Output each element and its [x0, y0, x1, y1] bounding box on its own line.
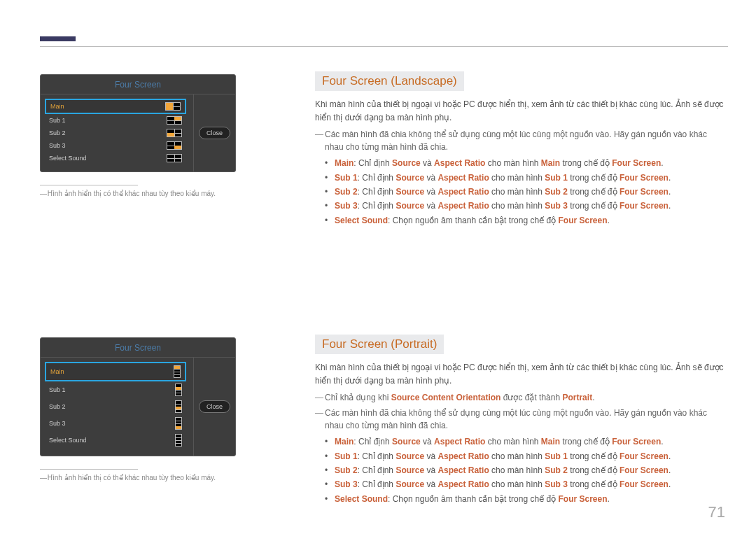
- section-note-orientation: Chỉ khả dụng khi Source Content Orientat…: [315, 391, 727, 404]
- layout-icon-sound: [175, 434, 182, 447]
- list-item: Sub 3: Chỉ định Source và Aspect Ratio c…: [335, 199, 727, 213]
- layout-icon-sub3: [175, 417, 182, 430]
- close-button[interactable]: Close: [199, 400, 230, 413]
- osd-row-sound[interactable]: Select Sound: [45, 152, 186, 164]
- list-item: Sub 3: Chỉ định Source và Aspect Ratio c…: [335, 477, 727, 491]
- osd-row-sub2[interactable]: Sub 2: [45, 127, 186, 139]
- osd-row-label: Select Sound: [49, 437, 87, 444]
- caption-rule: [40, 185, 138, 185]
- section-note: Các màn hình đã chia không thể sử dụng c…: [315, 128, 727, 153]
- osd-row-sub3[interactable]: Sub 3: [45, 415, 186, 432]
- list-item: Sub 2: Chỉ định Source và Aspect Ratio c…: [335, 185, 727, 199]
- list-item: Sub 1: Chỉ định Source và Aspect Ratio c…: [335, 449, 727, 463]
- section-intro: Khi màn hình của thiết bị ngoại vi hoặc …: [315, 98, 727, 124]
- layout-icon-main: [174, 365, 181, 378]
- osd-row-sound[interactable]: Select Sound: [45, 432, 186, 449]
- layout-icon-main: [165, 102, 181, 111]
- close-button[interactable]: Close: [199, 127, 230, 139]
- layout-icon-sub3: [167, 141, 182, 150]
- feature-list: Main: Chỉ định Source và Aspect Ratio ch…: [315, 156, 727, 227]
- section-intro: Khi màn hình của thiết bị ngoại vi hoặc …: [315, 361, 727, 387]
- osd-row-sub2[interactable]: Sub 2: [45, 398, 186, 415]
- osd-panel-landscape: Four Screen Main Sub 1 Sub 2 Sub 3 Selec…: [40, 74, 236, 172]
- caption-text: Hình ảnh hiển thị có thể khác nhau tùy t…: [40, 474, 243, 482]
- header-accent: [40, 36, 76, 41]
- list-item: Select Sound: Chọn nguồn âm thanh cần bậ…: [335, 492, 727, 506]
- osd-title: Four Screen: [41, 75, 235, 94]
- osd-row-sub3[interactable]: Sub 3: [45, 139, 186, 152]
- osd-row-label: Sub 1: [49, 386, 66, 393]
- section-title-landscape: Four Screen (Landscape): [315, 71, 464, 91]
- osd-row-label: Main: [50, 368, 64, 375]
- layout-icon-sub2: [167, 129, 182, 137]
- osd-row-sub1[interactable]: Sub 1: [45, 381, 186, 398]
- osd-row-label: Sub 1: [49, 117, 66, 124]
- list-item: Main: Chỉ định Source và Aspect Ratio ch…: [335, 435, 727, 449]
- layout-icon-sub1: [167, 116, 182, 125]
- layout-icon-sub2: [175, 400, 182, 413]
- layout-icon-sound: [167, 154, 182, 162]
- osd-title: Four Screen: [41, 338, 235, 358]
- list-item: Sub 1: Chỉ định Source và Aspect Ratio c…: [335, 171, 727, 185]
- list-item: Select Sound: Chọn nguồn âm thanh cần bậ…: [335, 213, 727, 227]
- osd-row-label: Main: [50, 103, 64, 110]
- osd-row-label: Sub 3: [49, 142, 66, 149]
- osd-row-main[interactable]: Main: [45, 99, 186, 114]
- osd-row-label: Sub 2: [49, 129, 66, 136]
- osd-row-sub1[interactable]: Sub 1: [45, 114, 186, 127]
- osd-row-label: Select Sound: [49, 155, 87, 162]
- osd-row-main[interactable]: Main: [45, 362, 186, 381]
- layout-icon-sub1: [175, 384, 182, 396]
- header-rule: [40, 46, 728, 47]
- list-item: Main: Chỉ định Source và Aspect Ratio ch…: [335, 156, 727, 170]
- caption-rule: [40, 469, 138, 470]
- caption-text: Hình ảnh hiển thị có thể khác nhau tùy t…: [40, 190, 243, 197]
- osd-row-label: Sub 2: [49, 403, 66, 410]
- section-title-portrait: Four Screen (Portrait): [315, 335, 444, 354]
- list-item: Sub 2: Chỉ định Source và Aspect Ratio c…: [335, 463, 727, 477]
- feature-list: Main: Chỉ định Source và Aspect Ratio ch…: [315, 435, 727, 506]
- osd-panel-portrait: Four Screen Main Sub 1 Sub 2 Sub 3 Selec…: [40, 337, 236, 456]
- section-note: Các màn hình đã chia không thể sử dụng c…: [315, 407, 727, 432]
- osd-row-label: Sub 3: [49, 420, 66, 427]
